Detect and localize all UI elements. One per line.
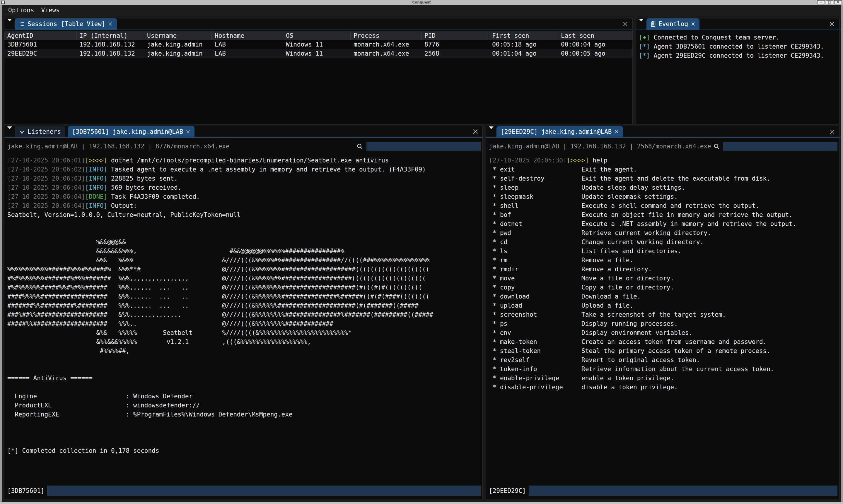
close-icon [829, 129, 835, 134]
panel-dropdown-button[interactable] [4, 18, 15, 30]
search-icon[interactable] [356, 143, 363, 149]
panel-close-button[interactable] [472, 126, 478, 137]
terminal-line: &%& %&%% &////(((&%%%%%#%###############… [7, 256, 482, 265]
terminal-line: * copy Copy a file or directory. [489, 283, 839, 292]
terminal-line: * enable-privilege enable a token privil… [489, 374, 839, 383]
maximize-button[interactable]: □ [826, 0, 833, 4]
terminal-line: * shell Execute a shell command and retr… [489, 201, 839, 211]
panel-close-button[interactable] [829, 126, 835, 137]
wifi-icon [19, 129, 25, 134]
minimize-button[interactable]: — [817, 0, 825, 4]
dropdown-icon [7, 129, 12, 134]
table-header-cell[interactable]: OS [283, 31, 351, 40]
search-input[interactable] [366, 142, 481, 151]
terminal-line: * ps Display running processes. [489, 319, 839, 328]
search-input[interactable] [723, 142, 838, 151]
terminal-line: * rm Remove a file. [489, 256, 839, 265]
terminal-output[interactable]: [27-10-2025 20:06:01][>>>>] dotnet /mnt/… [4, 154, 482, 480]
sessions-table[interactable]: AgentIDIP (Internal)UsernameHostnameOSPr… [4, 31, 632, 124]
menubar: Options Views [2, 5, 841, 16]
terminal-line: * sleepmask Update sleepmask settings. [489, 192, 839, 201]
window-border-left [0, 5, 2, 504]
table-cell: 192.168.168.132 [76, 40, 144, 49]
panel-dropdown-button[interactable] [4, 126, 15, 137]
window-title: Conquest [0, 0, 843, 5]
agent-statusbar: jake.king.admin@LAB | 192.168.168.132 | … [4, 140, 482, 152]
terminal-output[interactable]: [27-10-2025 20:05:30][>>>>] help * exit … [486, 154, 839, 480]
table-header-cell[interactable]: PID [421, 31, 489, 40]
table-row[interactable]: 3DB75601192.168.168.132jake.king.adminLA… [4, 40, 632, 49]
command-input[interactable] [529, 486, 838, 496]
close-button[interactable]: × [834, 0, 842, 4]
panel-dropdown-button[interactable] [486, 126, 496, 137]
menu-item-views[interactable]: Views [41, 7, 60, 14]
panel-close-button[interactable] [622, 18, 628, 30]
sessions-panel: Sessions [Table View] AgentIDIP (Interna… [4, 18, 633, 124]
table-header-cell[interactable]: Last seen [558, 31, 632, 40]
table-cell: Windows 11 [283, 40, 351, 49]
agent-console-left-panel: Listeners [3DB75601] jake.king.admin@LAB… [4, 126, 483, 499]
eventlog-line: [*] Agent 29EED29C connected to listener… [639, 51, 839, 60]
tab-close-icon[interactable] [614, 129, 619, 134]
eventlog-line: [+] Connected to Conquest team server. [639, 33, 839, 42]
tab-label: Eventlog [658, 20, 688, 28]
table-cell: jake.king.admin [144, 40, 212, 49]
window-titlebar: Conquest — □ × [0, 0, 843, 5]
terminal-line: Engine : Windows Defender [7, 392, 482, 401]
table-header-cell[interactable]: Username [144, 31, 212, 40]
terminal-line: [27-10-2025 20:06:04][INFO] 569 bytes re… [7, 183, 482, 192]
command-input-row: [3DB75601] [4, 484, 482, 497]
terminal-line: * disable-privilege disable a token priv… [489, 383, 839, 392]
terminal-line: ReportingEXE : %ProgramFiles%\Windows De… [7, 410, 482, 419]
terminal-line: * upload Upload a file. [489, 301, 839, 310]
table-cell: 00:01:04 ago [489, 49, 558, 58]
terminal-line [7, 437, 482, 446]
table-header-cell[interactable]: IP (Internal) [76, 31, 144, 40]
eventlog-output[interactable]: [+] Connected to Conquest team server.[*… [636, 31, 839, 124]
terminal-line: ###%##%%################### &%%.........… [7, 310, 482, 319]
terminal-line: [27-10-2025 20:06:03][INFO] 228825 bytes… [7, 174, 482, 183]
panel-close-button[interactable] [829, 18, 835, 30]
tab-close-icon[interactable] [186, 129, 190, 134]
search-icon[interactable] [713, 143, 720, 149]
panel-dropdown-button[interactable] [636, 18, 647, 30]
terminal-line: * token-info Retrieve information about … [489, 365, 839, 374]
terminal-line: * rev2self Revert to original access tok… [489, 356, 839, 365]
terminal-line: &&&&&&&%%%, #&&@@@@@@%%%%%%#############… [7, 247, 482, 256]
terminal-line: %%%%%%%%%%%######%%%#%%####% &%%**# @///… [7, 265, 482, 274]
tab-close-icon[interactable] [108, 22, 113, 26]
table-cell: monarch.x64.exe [351, 49, 421, 58]
tab-agent-3db75601[interactable]: [3DB75601] jake.king.admin@LAB [68, 126, 194, 137]
table-cell: 00:00:04 ago [558, 40, 632, 49]
terminal-line [7, 419, 482, 428]
table-header-cell[interactable]: First seen [489, 31, 558, 40]
table-row[interactable]: 29EED29C192.168.168.132jake.king.adminLA… [4, 49, 632, 58]
tab-close-icon[interactable] [691, 22, 696, 26]
table-header-cell[interactable]: Hostname [212, 31, 283, 40]
eventlog-tabbar: Eventlog [636, 18, 839, 30]
terminal-line: * pwd Retrieve current working directory… [489, 229, 839, 238]
table-cell: LAB [212, 40, 283, 49]
terminal-line: * make-token Create an access token from… [489, 338, 839, 346]
tab-listeners[interactable]: Listeners [15, 126, 65, 137]
terminal-line: #####%%#################### %%%.. @////(… [7, 319, 482, 328]
terminal-line: * env Display environment variables. [489, 328, 839, 338]
eventlog-panel: Eventlog [+] Connected to Conquest team … [636, 18, 840, 124]
command-input[interactable] [47, 486, 481, 496]
prompt-label: [29EED29C] [489, 487, 526, 494]
menu-item-options[interactable]: Options [8, 7, 34, 14]
console-left-tabbar: Listeners [3DB75601] jake.king.admin@LAB [4, 126, 482, 138]
terminal-line [7, 428, 482, 437]
table-cell: LAB [212, 49, 283, 58]
table-header-cell[interactable]: Process [351, 31, 421, 40]
tab-agent-29eed29c[interactable]: [29EED29C] jake.king.admin@LAB [496, 126, 623, 137]
window-border-bottom [0, 502, 843, 504]
table-header-cell[interactable]: AgentID [4, 31, 76, 40]
terminal-line: #%#%%%%%%%#######%#%%####### %&%,,,,,,,,… [7, 274, 482, 283]
agent-status-text: jake.king.admin@LAB | 192.168.168.132 | … [489, 143, 711, 150]
agent-console-right-panel: [29EED29C] jake.king.admin@LAB jake.king… [486, 126, 840, 499]
terminal-line: * screenshot Take a screenshot of the ta… [489, 310, 839, 319]
tab-eventlog[interactable]: Eventlog [647, 18, 700, 30]
tab-sessions-table-view[interactable]: Sessions [Table View] [15, 18, 117, 30]
terminal-line [7, 365, 482, 374]
